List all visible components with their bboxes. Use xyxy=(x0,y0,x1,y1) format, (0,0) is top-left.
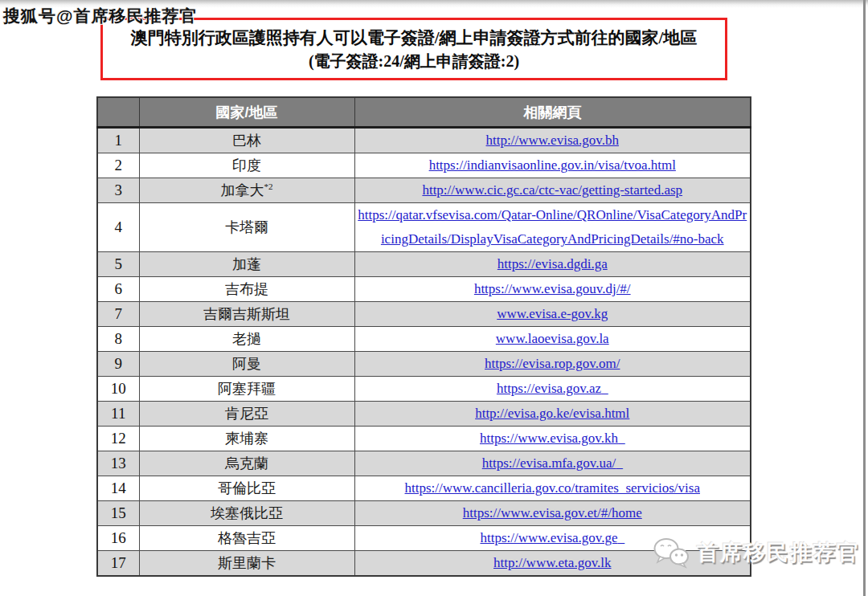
related-link[interactable]: https://www.evisa.gov.et/#/home xyxy=(463,505,642,520)
visa-country-table: 國家/地區 相關網頁 1 巴林 http://www.evisa.gov.bh … xyxy=(96,96,751,577)
country-name: 加蓬 xyxy=(232,256,261,272)
url-cell: https://www.evisa.gouv.dj/#/ xyxy=(354,277,751,302)
header-index xyxy=(97,97,139,128)
related-link[interactable]: https://qatar.vfsevisa.com/Qatar-Online/… xyxy=(358,207,747,247)
country-footnote: *2 xyxy=(264,182,273,191)
related-link[interactable]: www.evisa.e-gov.kg xyxy=(497,306,608,321)
header-country: 國家/地區 xyxy=(139,97,354,128)
country-name: 印度 xyxy=(232,157,261,173)
country-name: 加拿大 xyxy=(221,182,264,198)
table-row: 7 吉爾吉斯斯坦 www.evisa.e-gov.kg xyxy=(97,302,751,327)
brand-watermark: 首席移民推荐官 xyxy=(653,537,860,569)
related-link[interactable]: https://indianvisaonline.gov.in/visa/tvo… xyxy=(429,157,676,173)
table-header-row: 國家/地區 相關網頁 xyxy=(97,97,751,128)
country-name: 阿塞拜疆 xyxy=(218,381,276,397)
table-row: 1 巴林 http://www.evisa.gov.bh xyxy=(97,128,751,153)
wechat-icon xyxy=(653,537,691,569)
country-cell: 哥倫比亞 xyxy=(139,476,354,501)
country-cell: 烏克蘭 xyxy=(139,451,354,476)
country-cell: 阿塞拜疆 xyxy=(139,377,354,402)
row-number: 15 xyxy=(97,501,139,526)
url-cell: https://qatar.vfsevisa.com/Qatar-Online/… xyxy=(354,203,751,252)
url-cell: https://www.cancilleria.gov.co/tramites_… xyxy=(354,476,751,501)
country-cell: 斯里蘭卡 xyxy=(139,551,354,577)
table-row: 10 阿塞拜疆 https://evisa.gov.az_ xyxy=(97,377,751,402)
related-link[interactable]: https://www.cancilleria.gov.co/tramites_… xyxy=(405,480,700,496)
document-title-line2: (電子簽證:24/網上申請簽證:2) xyxy=(309,50,519,72)
sohu-watermark: 搜狐号@首席移民推荐官 xyxy=(3,5,197,27)
country-name: 巴林 xyxy=(232,133,261,149)
url-cell: www.evisa.e-gov.kg xyxy=(354,302,751,327)
table-row: 5 加蓬 https://evisa.dgdi.ga xyxy=(97,252,751,277)
country-cell: 卡塔爾 xyxy=(139,203,354,252)
related-link[interactable]: www.laoevisa.gov.la xyxy=(496,331,609,346)
related-link[interactable]: https://www.evisa.gov.kh xyxy=(480,431,618,446)
related-link[interactable]: https://www.evisa.gov.ge xyxy=(480,530,617,545)
table-row: 6 吉布提 https://www.evisa.gouv.dj/#/ xyxy=(97,277,751,302)
row-number: 10 xyxy=(97,377,139,402)
url-cell: http://evisa.go.ke/evisa.html xyxy=(354,402,751,427)
country-name: 阿曼 xyxy=(232,356,261,372)
table-row: 11 肯尼亞 http://evisa.go.ke/evisa.html xyxy=(97,402,751,427)
table-row: 2 印度 https://indianvisaonline.gov.in/vis… xyxy=(97,153,751,178)
country-name: 斯里蘭卡 xyxy=(218,555,276,571)
row-number: 12 xyxy=(97,427,139,451)
country-cell: 加蓬 xyxy=(139,252,354,277)
brand-watermark-text: 首席移民推荐官 xyxy=(697,538,860,567)
country-cell: 吉布提 xyxy=(139,277,354,302)
country-cell: 加拿大*2 xyxy=(139,178,354,203)
row-number: 8 xyxy=(97,327,139,352)
row-number: 11 xyxy=(97,402,139,427)
row-number: 1 xyxy=(97,128,139,153)
table-row: 15 埃塞俄比亞 https://www.evisa.gov.et/#/home xyxy=(97,501,751,526)
link-trail: _ xyxy=(601,381,608,396)
table-row: 8 老撾 www.laoevisa.gov.la xyxy=(97,327,751,352)
country-cell: 埃塞俄比亞 xyxy=(139,501,354,526)
row-number: 13 xyxy=(97,451,139,476)
table-row: 3 加拿大*2 http://www.cic.gc.ca/ctc-vac/get… xyxy=(97,178,751,203)
country-name: 柬埔寨 xyxy=(225,431,268,447)
related-link[interactable]: http://www.cic.gc.ca/ctc-vac/getting-sta… xyxy=(422,182,682,198)
table-row: 9 阿曼 https://evisa.rop.gov.om/ xyxy=(97,352,751,377)
url-cell: https://evisa.rop.gov.om/ xyxy=(354,352,751,377)
country-cell: 印度 xyxy=(139,153,354,178)
related-link[interactable]: https://evisa.rop.gov.om/ xyxy=(485,356,620,371)
row-number: 2 xyxy=(97,153,139,178)
country-cell: 肯尼亞 xyxy=(139,402,354,427)
country-cell: 格魯吉亞 xyxy=(139,526,354,551)
country-name: 吉布提 xyxy=(225,281,268,297)
related-link[interactable]: https://evisa.mfa.gov.ua/ xyxy=(482,455,616,471)
country-name: 哥倫比亞 xyxy=(218,480,276,496)
table-row: 13 烏克蘭 https://evisa.mfa.gov.ua/_ xyxy=(97,451,751,476)
related-link[interactable]: http://www.eta.gov.lk xyxy=(493,555,612,570)
country-name: 吉爾吉斯斯坦 xyxy=(203,306,290,322)
link-trail: _ xyxy=(618,431,625,446)
row-number: 4 xyxy=(97,203,139,252)
country-cell: 巴林 xyxy=(139,128,354,153)
related-link[interactable]: http://evisa.go.ke/evisa.html xyxy=(475,406,629,421)
country-name: 肯尼亞 xyxy=(225,406,268,422)
table-row: 14 哥倫比亞 https://www.cancilleria.gov.co/t… xyxy=(97,476,751,501)
related-link[interactable]: https://evisa.gov.az xyxy=(497,381,601,396)
document-page: { "watermarks": { "top_left": "搜狐号@首席移民推… xyxy=(0,0,868,596)
related-link[interactable]: http://www.evisa.gov.bh xyxy=(486,133,619,148)
related-link[interactable]: https://evisa.dgdi.ga xyxy=(497,256,608,271)
url-cell: https://indianvisaonline.gov.in/visa/tvo… xyxy=(354,153,751,178)
country-cell: 老撾 xyxy=(139,327,354,352)
row-number: 16 xyxy=(97,526,139,551)
url-cell: https://www.evisa.gov.et/#/home xyxy=(354,501,751,526)
row-number: 5 xyxy=(97,252,139,277)
table-row: 4 卡塔爾 https://qatar.vfsevisa.com/Qatar-O… xyxy=(97,203,751,252)
url-cell: https://www.evisa.gov.kh_ xyxy=(354,427,751,451)
page-right-border xyxy=(863,0,866,596)
url-cell: http://www.evisa.gov.bh xyxy=(354,128,751,153)
table-row: 12 柬埔寨 https://www.evisa.gov.kh_ xyxy=(97,427,751,451)
url-cell: http://www.cic.gc.ca/ctc-vac/getting-sta… xyxy=(354,178,751,203)
row-number: 7 xyxy=(97,302,139,327)
link-trail: _ xyxy=(618,530,625,545)
country-cell: 柬埔寨 xyxy=(139,427,354,451)
country-name: 烏克蘭 xyxy=(225,455,268,471)
link-trail: _ xyxy=(616,455,623,471)
related-link[interactable]: https://www.evisa.gouv.dj/#/ xyxy=(474,281,631,296)
url-cell: www.laoevisa.gov.la xyxy=(354,327,751,352)
